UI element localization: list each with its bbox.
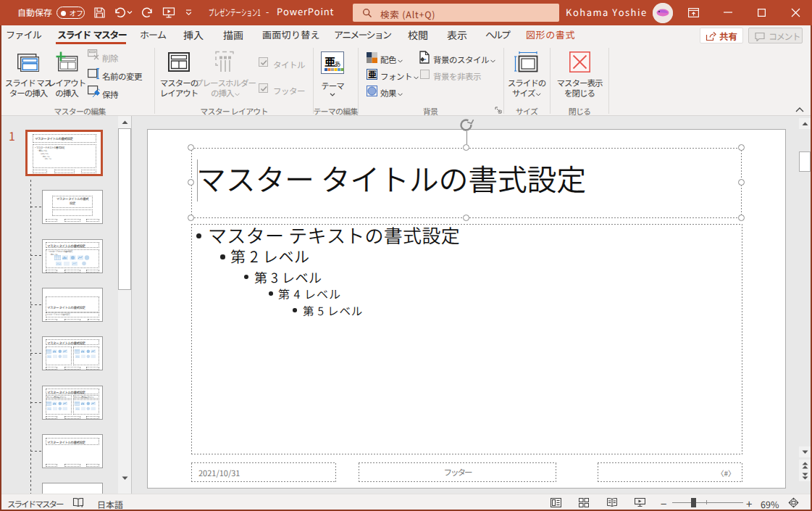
svg-text:亜: 亜 [368, 69, 377, 80]
